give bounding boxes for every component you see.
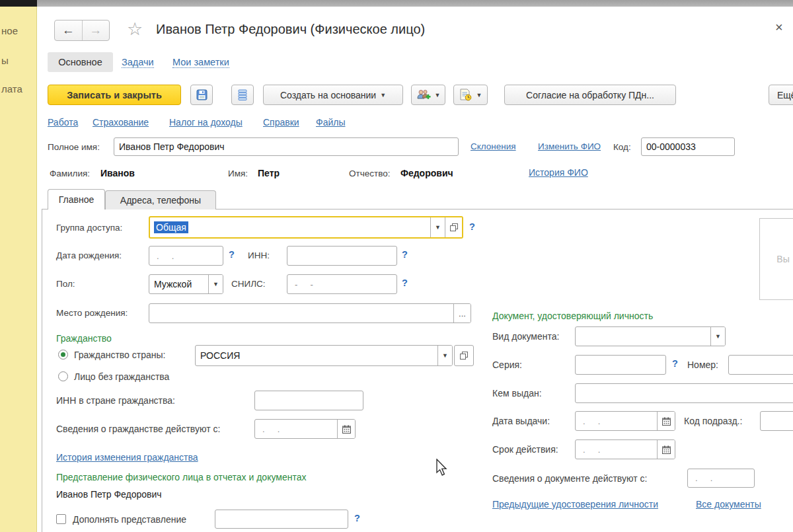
snils-input[interactable]: - -: [287, 274, 397, 294]
link-income-tax[interactable]: Налог на доходы: [169, 117, 243, 128]
inn-country-input[interactable]: [254, 391, 363, 410]
validity-input[interactable]: . .: [575, 439, 675, 459]
code-input[interactable]: 00-0000033: [641, 137, 735, 156]
doc-type-dropdown-button[interactable]: ▼: [710, 327, 725, 346]
name-value: Петр: [258, 168, 280, 178]
birth-date-help[interactable]: ?: [229, 249, 235, 260]
save-and-close-button[interactable]: Записать и закрыть: [48, 85, 181, 105]
snils-label: СНИЛС:: [231, 279, 266, 289]
create-based-on-button[interactable]: Создать на основании ▼: [263, 85, 403, 105]
access-group-open-button[interactable]: [445, 217, 462, 237]
citizenship-country-dropdown-button[interactable]: ▼: [437, 346, 452, 365]
tab-general[interactable]: Главное: [48, 189, 105, 209]
birth-place-input[interactable]: ...: [149, 303, 471, 323]
inn-label: ИНН:: [248, 250, 270, 260]
birth-date-input[interactable]: . .: [149, 246, 223, 266]
back-arrow-icon: ←: [62, 23, 75, 38]
citizenship-history-link[interactable]: История изменения гражданства: [56, 452, 198, 463]
issued-by-label: Кем выдан:: [492, 388, 542, 399]
pdn-consent-button[interactable]: Согласие на обработку ПДн...: [504, 85, 676, 105]
sidebar-item[interactable]: ы: [1, 55, 9, 66]
gender-dropdown-button[interactable]: ▼: [208, 275, 223, 293]
number-label: Номер:: [687, 360, 718, 370]
photo-placeholder-box[interactable]: Вы: [759, 218, 793, 300]
doc-type-select[interactable]: ▼: [575, 326, 726, 346]
patronymic-value: Федорович: [400, 168, 453, 178]
number-input[interactable]: [728, 355, 793, 375]
dep-code-input[interactable]: [760, 411, 793, 431]
series-label: Серия:: [492, 360, 522, 370]
top-strip: [0, 0, 793, 7]
access-group-dropdown-button[interactable]: ▼: [430, 217, 445, 237]
save-button[interactable]: [190, 85, 213, 105]
fio-history-link[interactable]: История ФИО: [529, 167, 588, 178]
calendar-icon: [662, 445, 671, 454]
tab-addresses-phones[interactable]: Адреса, телефоны: [105, 190, 216, 209]
doc-type-label: Вид документа:: [492, 331, 559, 342]
tab-tasks[interactable]: Задачи: [122, 57, 154, 68]
link-certificates[interactable]: Справки: [263, 117, 299, 128]
link-work[interactable]: Работа: [48, 117, 78, 128]
stateless-radio[interactable]: [58, 371, 68, 381]
full-name-input[interactable]: Иванов Петр Федорович: [114, 137, 459, 156]
open-item-icon: [450, 223, 458, 231]
tab-main-nav[interactable]: Основное: [48, 52, 113, 72]
issue-date-input[interactable]: . .: [575, 411, 675, 431]
issued-by-input[interactable]: [575, 383, 793, 403]
gender-select[interactable]: Мужской ▼: [149, 274, 223, 294]
augment-presentation-help[interactable]: ?: [354, 513, 360, 523]
inn-help[interactable]: ?: [402, 249, 408, 260]
augment-presentation-input[interactable]: [215, 510, 348, 529]
access-group-combo[interactable]: Общая ▼: [149, 216, 463, 239]
validity-calendar-button[interactable]: [657, 440, 675, 459]
snils-mask: - -: [287, 280, 323, 289]
responsible-persons-button[interactable]: ▼: [411, 85, 445, 105]
link-insurance[interactable]: Страхование: [93, 117, 149, 128]
link-files[interactable]: Файлы: [316, 117, 345, 128]
previous-ids-link[interactable]: Предыдущие удостоверения личности: [492, 499, 658, 510]
list-settings-button[interactable]: [231, 85, 254, 105]
surname-label: Фамилия:: [50, 169, 90, 178]
snils-help[interactable]: ?: [402, 278, 408, 288]
issue-date-calendar-button[interactable]: [657, 412, 675, 430]
inn-input[interactable]: [287, 246, 397, 266]
gender-label: Пол:: [56, 279, 75, 289]
forward-button[interactable]: →: [83, 20, 110, 40]
sidebar-item[interactable]: лата: [1, 83, 22, 95]
doc-valid-from-input[interactable]: . .: [687, 469, 755, 488]
validity-label: Срок действия:: [492, 444, 558, 455]
ellipsis-icon: ...: [459, 309, 466, 319]
birth-place-label: Место рождения:: [56, 308, 128, 318]
series-input[interactable]: [575, 355, 666, 375]
forward-arrow-icon: →: [89, 23, 102, 38]
sidebar-item[interactable]: ное: [1, 25, 18, 36]
issue-date-mask: . .: [576, 416, 657, 426]
change-fio-link[interactable]: Изменить ФИО: [538, 141, 601, 151]
more-button[interactable]: Ещё: [769, 85, 793, 105]
presentation-header: Представление физического лица в отчетах…: [56, 472, 306, 482]
birth-place-more-button[interactable]: ...: [453, 304, 471, 323]
citizenship-valid-from-input[interactable]: . .: [254, 419, 356, 439]
sections-sidebar: ное ы лата: [0, 7, 37, 532]
close-icon[interactable]: ×: [775, 20, 783, 35]
tab-my-notes[interactable]: Мои заметки: [172, 57, 229, 68]
chevron-down-icon: ▼: [715, 333, 721, 340]
access-group-value-wrap: Общая: [150, 221, 430, 233]
code-value: 00-0000033: [642, 141, 700, 152]
back-button[interactable]: ←: [55, 20, 83, 40]
citizenship-country-open-button[interactable]: [454, 345, 474, 366]
augment-presentation-label: Дополнять представление: [73, 514, 186, 525]
favorite-star-icon[interactable]: ☆: [127, 19, 143, 40]
series-help[interactable]: ?: [672, 358, 678, 369]
page-title: Иванов Петр Федорович (Физическое лицо): [156, 22, 425, 37]
access-group-help[interactable]: ?: [469, 221, 475, 232]
chevron-down-icon: ▼: [442, 352, 448, 359]
citizenship-country-combo[interactable]: РОССИЯ ▼: [195, 345, 453, 366]
save-icon: [196, 89, 208, 100]
declension-link[interactable]: Склонения: [471, 141, 516, 151]
scheduled-document-button[interactable]: ▼: [453, 85, 488, 105]
citizenship-country-radio[interactable]: [58, 350, 68, 360]
augment-presentation-checkbox[interactable]: [56, 514, 66, 524]
citizenship-valid-from-calendar-button[interactable]: [337, 420, 355, 438]
all-documents-link[interactable]: Все документы: [696, 499, 761, 510]
